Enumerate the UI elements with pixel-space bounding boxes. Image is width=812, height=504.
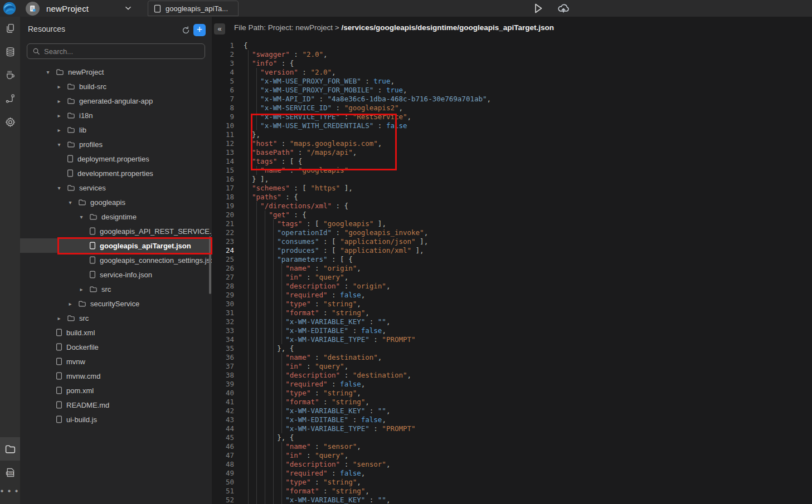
code-line[interactable]: 25 "parameters" : [ { (212, 255, 812, 264)
code-line[interactable]: 48 "description" : "sensor", (212, 460, 812, 469)
code-line[interactable]: 20 "get" : { (212, 211, 812, 219)
file-explorer-icon[interactable] (0, 437, 20, 461)
caret-right-icon[interactable]: ▸ (56, 112, 62, 119)
code-line[interactable]: 42 "x-WM-VARIABLE_KEY" : "", (212, 407, 812, 415)
code-line[interactable]: 29 "required" : false, (212, 291, 812, 300)
settings-icon[interactable] (0, 110, 20, 134)
code-line[interactable]: 24 "produces" : [ "application/xml" ], (212, 246, 812, 255)
wavemaker-logo-icon[interactable] (3, 2, 16, 15)
tree-row[interactable]: ▸securityService (20, 296, 212, 311)
add-resource-button[interactable]: + (193, 24, 206, 36)
caret-right-icon[interactable]: ▸ (78, 286, 85, 292)
code-line[interactable]: 35 }, { (212, 344, 812, 353)
caret-right-icon[interactable]: ▸ (56, 98, 62, 104)
caret-down-icon[interactable]: ▾ (45, 69, 51, 75)
cloud-upload-icon[interactable] (557, 2, 570, 15)
tree-row[interactable]: ▸generated-angular-app (20, 94, 212, 108)
code-line[interactable]: 40 "type" : "string", (212, 389, 812, 398)
code-line[interactable]: 27 "in" : "query", (212, 273, 812, 282)
code-line[interactable]: 30 "type" : "string", (212, 300, 812, 309)
tree-row[interactable]: ▾newProject (20, 65, 212, 79)
code-line[interactable]: 15 "name" : "googleapis" (212, 166, 812, 175)
code-line[interactable]: 3 "info" : { (212, 59, 812, 68)
tree-row[interactable]: pom.xml (20, 383, 212, 398)
caret-down-icon[interactable]: ▾ (78, 214, 85, 220)
tree-row[interactable]: ▸src (20, 282, 212, 296)
code-line[interactable]: 13 "basePath" : "/maps/api", (212, 148, 812, 157)
code-line[interactable]: 47 "in" : "query", (212, 451, 812, 460)
tree-row[interactable]: ▸i18n (20, 108, 212, 123)
code-line[interactable]: 33 "x-WM-EDITABLE" : false, (212, 326, 812, 335)
code-line[interactable]: 28 "description" : "origin", (212, 282, 812, 291)
project-selector[interactable]: newProject (26, 0, 89, 17)
caret-right-icon[interactable]: ▸ (67, 301, 74, 307)
collapse-panel-button[interactable]: « (214, 23, 225, 35)
chevron-down-icon[interactable] (124, 4, 133, 12)
more-icon[interactable]: • • • (0, 484, 20, 501)
apis-icon[interactable] (0, 87, 20, 110)
code-line[interactable]: 37 "in" : "query", (212, 362, 812, 371)
caret-down-icon[interactable]: ▾ (56, 185, 62, 191)
tree-row[interactable]: googleapis_API_REST_SERVICE.json (20, 224, 212, 238)
tree-row[interactable]: mvnw.cmd (20, 369, 212, 383)
code-line[interactable]: 18 "paths" : { (212, 193, 812, 202)
caret-right-icon[interactable]: ▸ (56, 315, 62, 321)
tree-scrollbar[interactable] (209, 236, 211, 294)
code-line[interactable]: 21 "tags" : [ "googleapis" ], (212, 219, 812, 228)
code-line[interactable]: 36 "name" : "destination", (212, 353, 812, 362)
code-line[interactable]: 8 "x-WM-SERVICE_ID" : "googleapis2", (212, 104, 812, 112)
code-line[interactable]: 43 "x-WM-EDITABLE" : false, (212, 415, 812, 424)
code-line[interactable]: 2 "swagger" : "2.0", (212, 50, 812, 59)
code-line[interactable]: 22 "operationId" : "googleapis_invoke", (212, 228, 812, 237)
editor-tab[interactable]: googleapis_apiTa... (148, 1, 239, 16)
code-line[interactable]: 11 }, (212, 130, 812, 139)
logs-icon[interactable]: LOG (0, 461, 20, 484)
tree-row[interactable]: ▾designtime (20, 209, 212, 224)
java-services-icon[interactable] (0, 63, 20, 87)
code-line[interactable]: 38 "description" : "destination", (212, 371, 812, 380)
code-line[interactable]: 19 "/directions/xml" : { (212, 202, 812, 211)
code-line[interactable]: 32 "x-WM-VARIABLE_KEY" : "", (212, 317, 812, 326)
code-line[interactable]: 14 "tags" : [ { (212, 157, 812, 166)
code-line[interactable]: 26 "name" : "origin", (212, 264, 812, 273)
code-line[interactable]: 17 "schemes" : [ "https" ], (212, 184, 812, 193)
database-icon[interactable] (0, 40, 20, 63)
tree-row[interactable]: Dockerfile (20, 340, 212, 354)
code-line[interactable]: 51 "format" : "string", (212, 487, 812, 496)
caret-down-icon[interactable]: ▾ (67, 199, 74, 205)
tree-row[interactable]: development.properties (20, 166, 212, 180)
code-line[interactable]: 12 "host" : "maps.googleapis.com", (212, 139, 812, 148)
code-line[interactable]: 45 }, { (212, 433, 812, 442)
caret-down-icon[interactable]: ▾ (56, 141, 62, 148)
code-line[interactable]: 9 "x-WM-SERVICE_TYPE" : "RestService", (212, 112, 812, 121)
code-line[interactable]: 44 "x-WM-VARIABLE_TYPE" : "PROMPT" (212, 424, 812, 433)
code-line[interactable]: 7 "x-WM-API_ID" : "4a8e36c6-1dba-468c-b7… (212, 95, 812, 104)
code-line[interactable]: 23 "consumes" : [ "application/json" ], (212, 237, 812, 246)
code-line[interactable]: 34 "x-WM-VARIABLE_TYPE" : "PROMPT" (212, 335, 812, 344)
tree-row[interactable]: googleapis_apiTarget.json (20, 238, 212, 253)
tree-row[interactable]: mvnw (20, 354, 212, 369)
tree-row[interactable]: build.xml (20, 325, 212, 340)
tree-row[interactable]: ▸build-src (20, 79, 212, 94)
run-icon[interactable] (531, 2, 544, 15)
caret-right-icon[interactable]: ▸ (56, 84, 62, 90)
code-line[interactable]: 52 "x-WM-VARIABLE_KEY" : "", (212, 496, 812, 504)
code-line[interactable]: 41 "format" : "string", (212, 398, 812, 407)
code-line[interactable]: 50 "type" : "string", (212, 478, 812, 487)
code-line[interactable]: 4 "version" : "2.0", (212, 68, 812, 77)
tree-row[interactable]: ui-build.js (20, 412, 212, 427)
code-line[interactable]: 1{ (212, 41, 812, 50)
tree-row[interactable]: service-info.json (20, 267, 212, 282)
code-line[interactable]: 6 "x-WM-USE_PROXY_FOR_MOBILE" : true, (212, 86, 812, 95)
tree-row[interactable]: ▾services (20, 180, 212, 195)
refresh-icon[interactable] (181, 26, 191, 35)
code-line[interactable]: 49 "required" : false, (212, 469, 812, 478)
code-line[interactable]: 16 } ], (212, 175, 812, 184)
search-input[interactable] (44, 47, 200, 56)
caret-right-icon[interactable]: ▸ (56, 127, 62, 133)
tree-row[interactable]: README.md (20, 398, 212, 412)
code-area[interactable]: 1{2 "swagger" : "2.0",3 "info" : {4 "ver… (212, 40, 812, 504)
tree-row[interactable]: ▾googleapis (20, 195, 212, 209)
code-line[interactable]: 39 "required" : false, (212, 380, 812, 389)
tree-row[interactable]: deployment.properties (20, 151, 212, 166)
